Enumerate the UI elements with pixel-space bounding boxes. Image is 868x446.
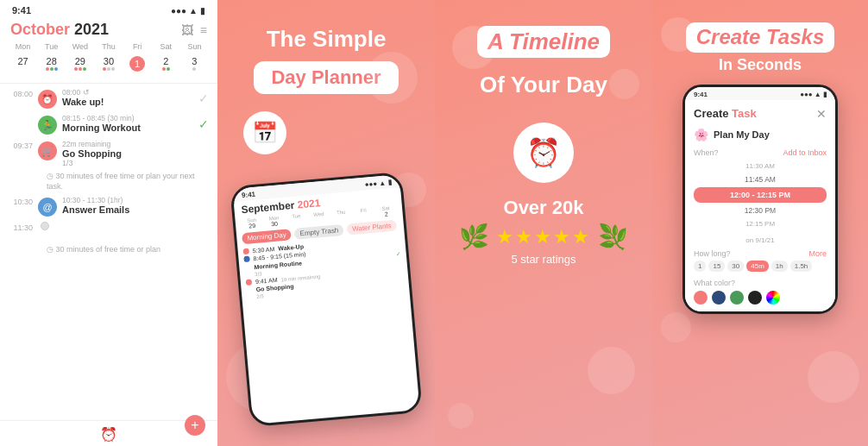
list-icon: ≡ [200, 23, 207, 37]
phone2-tasks: Morning Day Empty Trash Water Plants 5:3… [236, 216, 410, 305]
color-black[interactable] [748, 291, 762, 305]
time-options: 11:30 AM 11:45 AM 12:00 - 12:15 PM 12:30… [694, 160, 827, 229]
cal-day-29: 29 [66, 54, 94, 78]
bubble-p3-4 [448, 403, 474, 429]
color-navy[interactable] [712, 291, 726, 305]
star-rating: ★★★★★ [496, 226, 591, 248]
tl-dot-3 [246, 280, 253, 286]
calendar-nav-icons: 🖼 ≡ [181, 23, 207, 37]
status-bar-1: 9:41 ●●● ▲ ▮ [0, 0, 217, 17]
dur-15[interactable]: 15 [708, 261, 725, 272]
calendar-header: October 2021 🖼 ≡ [0, 17, 217, 41]
bubble-p4-2 [808, 351, 859, 403]
panel-4-create-tasks: Create Tasks In Seconds 9:41 ●●● ▲ ▮ Cre… [652, 0, 868, 446]
time-1130: 11:30 [0, 219, 217, 243]
bubble-p3-1 [452, 26, 495, 69]
panel-4-subtitle: In Seconds [719, 56, 802, 74]
more-link[interactable]: More [808, 249, 827, 258]
empty-dot [41, 222, 49, 230]
phone-mockup-4: 9:41 ●●● ▲ ▮ Create Task ✕ 🌸 Plan My Day… [682, 85, 838, 314]
bubble-p3-3 [588, 347, 635, 394]
cal-day-1-today: 1 [123, 54, 152, 78]
time-opt-1230[interactable]: 12:30 PM [694, 204, 827, 217]
task-morning-workout: 🏃 08:15 - 08:45 (30 min) Morning Workout… [0, 111, 217, 137]
calendar-days: 27 28 29 30 1 2 3 [0, 53, 217, 81]
dur-1[interactable]: 1 [694, 261, 706, 272]
how-long-label: How long? [694, 249, 731, 258]
time-opt-1130[interactable]: 11:30 AM [694, 160, 827, 172]
task-go-shopping: 09:37 🛒 22m remaining Go Shopping 1/3 [0, 137, 217, 170]
time-opt-1215b[interactable]: 12:15 PM [694, 218, 827, 229]
phone-mockup-2: 9:41 ●●● ▲ ▮ September 2021 SunMonTueWed… [230, 172, 423, 427]
calendar-icon-row: 📅 [235, 111, 418, 168]
panel-1-phone: 9:41 ●●● ▲ ▮ October 2021 🖼 ≡ Mon Tue We… [0, 0, 217, 446]
tl-dot-2 [243, 256, 250, 263]
wifi-icon: ▲ [189, 6, 198, 16]
signal-icon: ●●● [171, 6, 186, 16]
phone4-content: Create Task ✕ 🌸 Plan My Day When? Add to… [685, 100, 835, 311]
cal-day-2: 2 [152, 54, 180, 78]
nav-clock-icon: ⏰ [100, 426, 117, 443]
wreath-left: 🌿 [459, 223, 489, 251]
chip-empty-trash: Empty Trash [294, 224, 344, 240]
dur-1h[interactable]: 1h [771, 261, 788, 272]
task-answer-emails: 10:30 @ 10:30 - 11:30 (1hr) Answer Email… [0, 193, 217, 219]
calendar-emoji: 📅 [252, 121, 278, 145]
rating-section: Over 20k 🌿 ★★★★★ 🌿 5 star ratings [459, 197, 628, 266]
task-wakeup: 08:00 ⏰ 08:00 ↺ Wake up! ✓ [0, 85, 217, 111]
plan-my-day-label: Plan My Day [714, 129, 770, 140]
panel-4-highlight: Create Tasks [686, 22, 835, 53]
status-icons-1: ●●● ▲ ▮ [171, 6, 205, 16]
cal-day-30: 30 [94, 54, 123, 78]
close-button[interactable]: ✕ [816, 107, 827, 121]
alarm-icon-circle: ⏰ [38, 90, 57, 109]
wreath-right: 🌿 [598, 223, 628, 251]
panel-2-title: The Simple [267, 26, 387, 53]
bubble-p4-1 [661, 17, 695, 52]
panel-3-title: A Timeline [477, 26, 610, 61]
spacer [246, 287, 253, 294]
create-task-header: Create Task ✕ [694, 107, 827, 121]
add-to-inbox[interactable]: Add to Inbox [783, 148, 827, 157]
plan-my-day-icon: 🌸 [694, 128, 708, 141]
dur-45[interactable]: 45m [746, 261, 769, 272]
tl-dot-1 [243, 248, 250, 255]
plan-my-day-row: 🌸 Plan My Day [694, 128, 827, 141]
when-label: When? [694, 148, 719, 157]
panel-3-highlight: A Timeline [477, 26, 610, 58]
add-task-button[interactable]: + [185, 415, 205, 436]
email-icon-circle: @ [38, 198, 57, 217]
check-icon-wakeup: ✓ [198, 91, 209, 105]
dur-30[interactable]: 30 [727, 261, 744, 272]
workout-icon-circle: 🏃 [38, 116, 57, 135]
create-task-title: Create Task [694, 107, 757, 120]
when-label-row: When? Add to Inbox [694, 148, 827, 157]
bottom-note: ◷ 30 minutes of free time or plan [0, 243, 217, 255]
bubble-p3-2 [609, 69, 639, 99]
bubble-p4-3 [661, 312, 691, 342]
phone4-status-bar: 9:41 ●●● ▲ ▮ [685, 87, 835, 100]
what-color-label: What color? [694, 279, 827, 287]
chip-morning-day: Morning Day [242, 229, 292, 244]
photo-icon: 🖼 [181, 23, 193, 37]
panel-3-timeline: A Timeline Of Your Day ⏰ Over 20k 🌿 ★★★★… [435, 0, 652, 446]
star-label: 5 star ratings [459, 253, 628, 266]
color-options [694, 291, 827, 305]
panel-4-title: Create Tasks [686, 22, 835, 53]
rating-count: Over 20k [459, 197, 628, 219]
time-opt-1200[interactable]: 12:00 - 12:15 PM [694, 187, 827, 203]
check-icon-workout: ✓ [198, 117, 209, 131]
dur-15h[interactable]: 1.5h [790, 261, 813, 272]
color-green[interactable] [730, 291, 744, 305]
battery-icon: ▮ [200, 6, 205, 16]
color-rainbow[interactable] [766, 291, 780, 305]
duration-options: 1 15 30 45m 1h 1.5h [694, 261, 827, 272]
how-long-label-row: How long? More [694, 249, 827, 258]
time-opt-1145[interactable]: 11:45 AM [694, 173, 827, 185]
alarm-circle: ⏰ [513, 122, 574, 183]
alarm-emoji: ⏰ [526, 136, 561, 169]
free-time-note: ◷ 30 minutes of free time or plan your n… [0, 170, 217, 193]
chip-water-plants: Water Plants [347, 220, 397, 236]
month-name: October [10, 21, 70, 38]
color-pink[interactable] [694, 291, 708, 305]
